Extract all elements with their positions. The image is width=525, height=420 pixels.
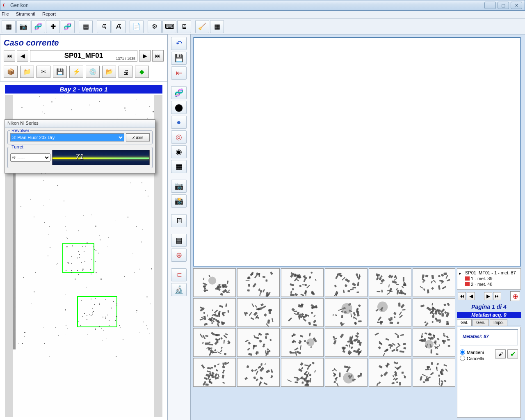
- close-button[interactable]: ✕: [511, 2, 522, 9]
- thumbnail[interactable]: [325, 328, 368, 357]
- action-open-icon[interactable]: 📂: [102, 66, 116, 78]
- menu-tools[interactable]: Strumenti: [16, 11, 35, 16]
- tab-gen[interactable]: Gen.: [472, 319, 489, 326]
- expand-icon[interactable]: ▸: [459, 271, 464, 275]
- radio-mantieni[interactable]: [460, 349, 465, 355]
- thumbnail[interactable]: [281, 268, 324, 297]
- main-preview[interactable]: [193, 37, 521, 267]
- svg-rect-533: [346, 368, 349, 372]
- thumbnail[interactable]: [193, 328, 236, 357]
- thumbnail[interactable]: [413, 328, 455, 357]
- page-next-button[interactable]: ▶: [484, 292, 492, 300]
- thumbnail[interactable]: [237, 268, 280, 297]
- tab-gal[interactable]: Gal.: [457, 319, 472, 326]
- turret-select[interactable]: 6: -----: [10, 153, 50, 162]
- action-folder-icon[interactable]: 📁: [20, 66, 34, 78]
- list-icon[interactable]: ▤: [171, 234, 187, 247]
- thumbnail[interactable]: [413, 268, 455, 297]
- page-last-button[interactable]: ⏭: [493, 292, 501, 300]
- thumbnail[interactable]: [193, 298, 236, 327]
- tool-chromosome-icon[interactable]: 🧬: [31, 20, 45, 33]
- tool-add-icon[interactable]: ✚: [46, 20, 60, 33]
- thumbnail[interactable]: [237, 328, 280, 357]
- save-disk-icon[interactable]: 💾: [171, 52, 187, 65]
- metaphase-tree[interactable]: ▸SP01_MF01 - 1 - met. 87 1 - met. 39 2 -…: [457, 268, 521, 290]
- minimize-button[interactable]: —: [484, 2, 496, 9]
- action-cut-icon[interactable]: ✂: [37, 66, 50, 78]
- nikon-dialog[interactable]: Nikon Ni Series Revolver 3: Plan Fluor 2…: [5, 119, 155, 173]
- next-case-button[interactable]: ▶: [139, 50, 151, 62]
- target-button[interactable]: ⊕: [510, 291, 520, 301]
- action-print-icon[interactable]: 🖨: [119, 66, 132, 78]
- tool-doc-icon[interactable]: 📄: [130, 20, 144, 33]
- thumbnail[interactable]: [193, 268, 236, 297]
- thumbnail[interactable]: [325, 268, 368, 297]
- blue-ball-icon[interactable]: ●: [171, 116, 187, 129]
- target-red-icon[interactable]: ⊕: [171, 249, 187, 262]
- grid-view-icon[interactable]: ▦: [171, 160, 187, 173]
- multi-ball-icon[interactable]: ◉: [171, 145, 187, 158]
- thumbnail[interactable]: [281, 328, 324, 357]
- tree-child2[interactable]: 2 - met. 48: [471, 282, 493, 287]
- chromo1-icon[interactable]: 🧬: [171, 86, 187, 99]
- thumbnail[interactable]: [369, 298, 411, 327]
- action-flash-icon[interactable]: ⚡: [69, 66, 83, 78]
- camera2-icon[interactable]: 📸: [171, 194, 187, 208]
- action-box-icon[interactable]: 📦: [4, 66, 18, 78]
- tool-grid-icon[interactable]: ▦: [2, 20, 16, 33]
- magnet-icon[interactable]: ⊂: [171, 268, 187, 281]
- exit-icon[interactable]: ⇤: [171, 66, 187, 80]
- nikon-dialog-title[interactable]: Nikon Ni Series: [5, 120, 155, 128]
- thumbnail[interactable]: [237, 298, 280, 327]
- red-ring-icon[interactable]: ◎: [171, 130, 187, 144]
- menu-report[interactable]: Report: [42, 11, 56, 16]
- thumbnail[interactable]: [281, 358, 324, 387]
- tool-camera-icon[interactable]: 📷: [16, 20, 30, 33]
- page-prev-button[interactable]: ◀: [467, 292, 475, 300]
- tree-child1[interactable]: 1 - met. 39: [471, 276, 493, 281]
- action-save-icon[interactable]: 💾: [53, 66, 67, 78]
- thumbnail[interactable]: [369, 268, 411, 297]
- tool-print-icon[interactable]: 🖨: [97, 20, 111, 33]
- tree-root[interactable]: SP01_MF01 - 1 - met. 87: [465, 270, 516, 275]
- thumbnail[interactable]: [369, 328, 411, 357]
- brush-button[interactable]: 🖌: [495, 349, 506, 358]
- tool-device-icon[interactable]: 🖥: [177, 20, 191, 33]
- tool-print2-icon[interactable]: 🖨: [112, 20, 126, 33]
- thumbnail[interactable]: [369, 358, 411, 387]
- confirm-button[interactable]: ✔: [507, 349, 518, 358]
- tool-chromosome2-icon[interactable]: 🧬: [61, 20, 75, 33]
- tool-eraser-icon[interactable]: 🧹: [195, 20, 209, 33]
- thumbnail[interactable]: [237, 358, 280, 387]
- microscope-icon[interactable]: 🔬: [171, 283, 187, 296]
- thumbnail[interactable]: [281, 298, 324, 327]
- chromo2-icon[interactable]: ⬤: [171, 101, 187, 114]
- action-disk-icon[interactable]: 💿: [86, 66, 100, 78]
- tool-table-icon[interactable]: ▤: [79, 20, 93, 33]
- page-first-button[interactable]: ⏮: [458, 292, 466, 300]
- thumbnail[interactable]: [413, 298, 455, 327]
- revolver-select[interactable]: 3: Plan Fluor 20x Dry: [10, 133, 124, 142]
- svg-rect-74: [290, 291, 292, 294]
- tab-impo[interactable]: Impo.: [490, 319, 507, 326]
- tool-keyboard-icon[interactable]: ⌨: [162, 20, 176, 33]
- action-diamond-icon[interactable]: ◆: [135, 66, 149, 78]
- thumbnail[interactable]: [413, 358, 455, 387]
- prev-case-button[interactable]: ◀: [17, 50, 28, 62]
- svg-point-266: [377, 301, 388, 312]
- radio-cancella[interactable]: [460, 356, 465, 361]
- monitor-icon[interactable]: 🖥: [171, 214, 187, 227]
- first-case-button[interactable]: ⏮: [4, 50, 15, 62]
- last-case-button[interactable]: ⏭: [152, 50, 164, 62]
- thumbnail[interactable]: [193, 358, 236, 387]
- thumbnail[interactable]: [325, 298, 368, 327]
- tool-gear-icon[interactable]: ⚙: [148, 20, 162, 33]
- svg-rect-16: [208, 275, 210, 278]
- camera1-icon[interactable]: 📷: [171, 180, 187, 193]
- thumbnail[interactable]: [325, 358, 368, 387]
- tool-window-icon[interactable]: ▦: [210, 20, 224, 33]
- zaxis-button[interactable]: Z axis: [126, 133, 150, 142]
- menu-file[interactable]: File: [2, 11, 9, 16]
- undo-icon[interactable]: ↶: [171, 37, 187, 50]
- maximize-button[interactable]: ▢: [498, 2, 509, 9]
